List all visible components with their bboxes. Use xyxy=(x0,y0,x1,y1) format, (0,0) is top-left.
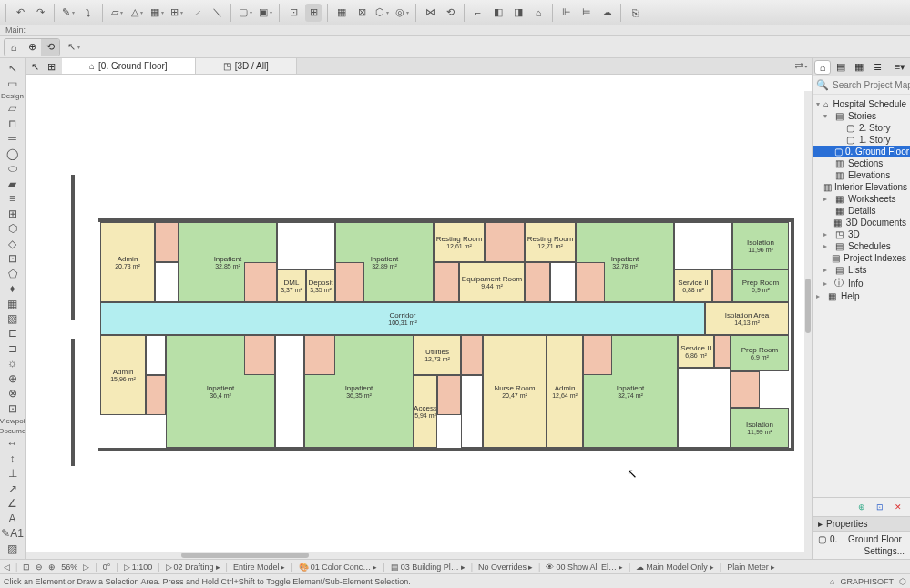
color-combo[interactable]: 🎨 01 Color Conc… ▸ xyxy=(299,563,378,572)
properties-header[interactable]: ▸Properties xyxy=(813,516,910,532)
ruler-button[interactable]: ▱ xyxy=(108,4,125,22)
tree-story1[interactable]: ▢1. Story xyxy=(813,134,910,146)
cursor-mouse-button[interactable]: ⊕ xyxy=(23,39,41,56)
door-tool[interactable]: ⊓ xyxy=(3,117,23,129)
measure-button[interactable]: △ xyxy=(128,4,145,22)
nav-tab-view[interactable]: ▤ xyxy=(833,60,849,75)
wall-tool[interactable]: ▱ xyxy=(3,102,23,115)
tool-n-button[interactable]: ⎘ xyxy=(627,4,643,22)
units-combo[interactable]: Plain Meter ▸ xyxy=(727,563,775,572)
stair-tool[interactable]: ≡ xyxy=(3,192,23,205)
tool-d-button[interactable]: ◎ xyxy=(394,4,410,22)
rotation-value[interactable]: 0° xyxy=(103,563,111,572)
nav-left-button[interactable]: ◁ xyxy=(4,563,10,572)
dim2-tool[interactable]: ↕ xyxy=(3,452,23,465)
tab-ground-floor[interactable]: ⌂ [0. Ground Floor] xyxy=(62,58,196,74)
trace-button[interactable]: ⊡ xyxy=(285,4,302,22)
fill-tool[interactable]: ▨ xyxy=(3,542,23,555)
tree-elevations[interactable]: ▥Elevations xyxy=(813,169,910,181)
zoom-value[interactable]: 56% xyxy=(61,563,77,572)
view-single-button[interactable]: ↖ xyxy=(27,60,42,73)
tool-g-button[interactable]: ⌐ xyxy=(470,4,486,22)
beam-tool[interactable]: ⬭ xyxy=(3,162,23,175)
tree-worksheets[interactable]: ▸▦Worksheets xyxy=(813,193,910,205)
angle-tool[interactable]: ∠ xyxy=(3,497,23,510)
stack-button[interactable]: ▣ xyxy=(257,4,273,22)
tree-lists[interactable]: ▸▤Lists xyxy=(813,264,910,276)
tree-sections[interactable]: ▥Sections xyxy=(813,157,910,169)
mainmodel-combo[interactable]: ☁ Main Model Only ▸ xyxy=(636,563,714,572)
box-button[interactable]: ▢ xyxy=(237,4,253,22)
curtain-tool[interactable]: ⊡ xyxy=(3,252,23,265)
tool-f-button[interactable]: ⟲ xyxy=(442,4,458,22)
tool-b-button[interactable]: ⊠ xyxy=(353,4,370,22)
text-tool[interactable]: A xyxy=(3,512,23,525)
inject-button[interactable]: ⤵ xyxy=(80,4,97,22)
close-button[interactable]: ✕ xyxy=(892,501,905,513)
prop-settings[interactable]: Settings... xyxy=(813,545,910,557)
window-tool[interactable]: ═ xyxy=(3,132,23,145)
cursor-rotate-button[interactable]: ⟲ xyxy=(41,39,59,56)
roof-tool[interactable]: ⊞ xyxy=(3,207,23,219)
zone-tool[interactable]: ▦ xyxy=(3,297,23,309)
redo-button[interactable]: ↷ xyxy=(32,4,48,22)
column-tool[interactable]: ◯ xyxy=(3,147,23,159)
floorplan-canvas[interactable]: Admin20,73 m² Inpatient32,85 m² DML3,37 … xyxy=(26,75,812,559)
tree-stories[interactable]: ▾▤Stories xyxy=(813,110,910,122)
nav-right-button[interactable]: ▷ xyxy=(83,563,89,572)
more3-tool[interactable]: ⊡ xyxy=(3,402,23,415)
marquee-tool[interactable]: ▭ xyxy=(3,76,23,89)
undo-button[interactable]: ↶ xyxy=(12,4,28,22)
drafting-combo[interactable]: ▷ 02 Drafting ▸ xyxy=(166,563,220,572)
opening-tool[interactable]: ⊐ xyxy=(3,342,23,355)
showall-combo[interactable]: 👁 00 Show All El… ▸ xyxy=(546,563,623,572)
label-tool[interactable]: ✎A1 xyxy=(3,527,23,540)
nav-tab-publisher[interactable]: ≣ xyxy=(869,60,885,75)
building-combo[interactable]: ▤ 03 Building Pl… ▸ xyxy=(391,563,465,572)
project-tree[interactable]: ▾⌂Hospital Schedule ▾▤Stories ▢2. Story … xyxy=(813,95,910,497)
more2-tool[interactable]: ⊗ xyxy=(3,387,23,400)
level-tool[interactable]: ⊥ xyxy=(3,467,23,480)
vertical-scrollbar[interactable] xyxy=(804,91,812,559)
dim1-tool[interactable]: ↔ xyxy=(3,437,23,450)
tool-l-button[interactable]: ⊨ xyxy=(578,4,595,22)
add-button[interactable]: ⊕ xyxy=(855,501,868,513)
tool-a-button[interactable]: ▦ xyxy=(333,4,350,22)
arrow-mode-button[interactable]: ↖ xyxy=(66,38,82,56)
horizontal-scrollbar[interactable] xyxy=(26,552,804,559)
guide-button[interactable]: ＼ xyxy=(209,4,225,22)
nav-tab-layout[interactable]: ▦ xyxy=(851,60,867,75)
tool-j-button[interactable]: ⌂ xyxy=(530,4,547,22)
scale-value[interactable]: ▷ 1:100 xyxy=(124,563,153,572)
zoom-out-button[interactable]: ⊖ xyxy=(36,563,43,572)
tree-root[interactable]: ▾⌂Hospital Schedule xyxy=(813,98,910,110)
tool-m-button[interactable]: ☁ xyxy=(598,4,615,22)
mesh-tool[interactable]: ▧ xyxy=(3,312,23,325)
nav-tab-more[interactable]: ≡▾ xyxy=(892,60,908,75)
zoom-in-button[interactable]: ⊕ xyxy=(48,563,56,572)
overrides-combo[interactable]: No Overrides ▸ xyxy=(478,563,533,572)
tree-help[interactable]: ▸▦Help xyxy=(813,290,910,302)
radial-tool[interactable]: ↗ xyxy=(3,482,23,495)
tree-info[interactable]: ▸ⓘInfo xyxy=(813,276,910,290)
tool-h-button[interactable]: ◧ xyxy=(490,4,506,22)
slab-tool[interactable]: ▰ xyxy=(3,177,23,189)
tree-proj-indexes[interactable]: ▤Project Indexes xyxy=(813,252,910,264)
object-tool[interactable]: ♦ xyxy=(3,282,23,295)
view-grid-button[interactable]: ⊞ xyxy=(44,60,58,73)
tool-k-button[interactable]: ⊩ xyxy=(558,4,575,22)
tree-story0[interactable]: ▢0. Ground Floor xyxy=(813,146,910,157)
tree-interior-elev[interactable]: ▥Interior Elevations xyxy=(813,181,910,193)
nav-tab-project[interactable]: ⌂ xyxy=(814,60,831,75)
tree-details[interactable]: ▦Details xyxy=(813,205,910,217)
shell-tool[interactable]: ⬡ xyxy=(3,222,23,235)
tree-3d[interactable]: ▸◳3D xyxy=(813,228,910,240)
tree-schedules[interactable]: ▸▤Schedules xyxy=(813,240,910,252)
zoom-extents-button[interactable]: ⊡ xyxy=(23,563,30,572)
tool-i-button[interactable]: ◨ xyxy=(510,4,527,22)
hatch-button[interactable]: ▦ xyxy=(148,4,165,22)
morph-tool[interactable]: ⬠ xyxy=(3,267,23,279)
options-button[interactable]: ⊡ xyxy=(874,501,886,513)
snap-button[interactable]: ⟋ xyxy=(189,4,205,22)
trace2-button[interactable]: ⊞ xyxy=(305,4,322,22)
